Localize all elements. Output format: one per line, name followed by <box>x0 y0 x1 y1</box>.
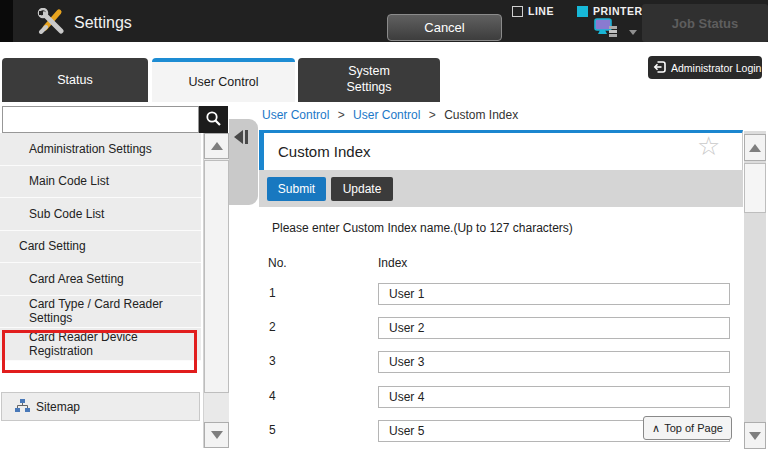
breadcrumb-current: Custom Index <box>444 108 518 122</box>
arrow-up-icon <box>749 144 761 152</box>
main-scrollbar-thumb[interactable] <box>744 163 766 213</box>
sitemap-icon <box>15 399 30 415</box>
sidebar-item-administration-settings[interactable]: Administration Settings <box>0 133 201 166</box>
top-of-page-button[interactable]: ∧ Top of Page <box>643 416 732 440</box>
line-label: LINE <box>528 5 554 17</box>
breadcrumb-separator: > <box>429 108 436 122</box>
sitemap-label: Sitemap <box>36 400 80 414</box>
arrow-up-icon <box>211 142 223 150</box>
breadcrumb-link-user-control-2[interactable]: User Control <box>353 108 420 122</box>
line-checkbox[interactable] <box>512 6 523 17</box>
index-input-4[interactable] <box>378 386 730 408</box>
printer-indicator: PRINTER <box>577 5 643 17</box>
tab-status[interactable]: Status <box>2 58 148 102</box>
login-icon <box>653 60 667 76</box>
breadcrumb: User Control > User Control > Custom Ind… <box>262 108 518 122</box>
sidebar-item-label: Card Setting <box>19 239 86 253</box>
search-icon <box>205 110 222 130</box>
sidebar-collapse-handle[interactable] <box>229 119 258 205</box>
submit-button[interactable]: Submit <box>267 177 326 201</box>
column-header-index: Index <box>378 256 407 270</box>
row-number-2: 2 <box>269 320 276 334</box>
annotation-highlight-box <box>2 330 197 373</box>
sidebar-item-label: Main Code List <box>29 174 109 188</box>
printer-dropdown-arrow-icon[interactable] <box>629 30 637 35</box>
settings-tools-icon <box>36 8 66 38</box>
update-button[interactable]: Update <box>331 177 393 201</box>
sidebar-item-label: Sub Code List <box>29 207 104 221</box>
tab-system-settings[interactable]: System Settings <box>298 58 440 102</box>
breadcrumb-separator: > <box>338 108 345 122</box>
sidebar-item-sub-code-list[interactable]: Sub Code List <box>0 198 201 231</box>
sidebar-item-card-type-card-reader-settings[interactable]: Card Type / Card Reader Settings <box>0 296 201 329</box>
search-button[interactable] <box>199 106 228 133</box>
sidebar-nav-list: Administration Settings Main Code List S… <box>0 133 201 361</box>
top-of-page-label: Top of Page <box>664 422 723 434</box>
job-status-button[interactable]: Job Status <box>642 4 768 42</box>
sidebar-item-main-code-list[interactable]: Main Code List <box>0 166 201 199</box>
sidebar-scrollbar[interactable] <box>203 133 229 448</box>
caret-up-icon: ∧ <box>652 422 660 435</box>
breadcrumb-link-user-control-1[interactable]: User Control <box>262 108 329 122</box>
administrator-login-button[interactable]: Administrator Login <box>648 56 762 79</box>
page-title-panel: Custom Index <box>259 130 743 170</box>
favorite-star-icon[interactable]: ☆ <box>697 133 720 159</box>
column-header-no: No. <box>268 256 287 270</box>
sidebar-item-card-area-setting[interactable]: Card Area Setting <box>0 263 201 296</box>
tab-status-label: Status <box>57 73 92 87</box>
instruction-text: Please enter Custom Index name.(Up to 12… <box>272 221 573 235</box>
search-input[interactable] <box>2 106 199 133</box>
top-bar-edge <box>0 0 13 42</box>
tab-user-control-label: User Control <box>188 75 258 89</box>
line-indicator[interactable]: LINE <box>512 5 554 17</box>
sidebar-item-label: Administration Settings <box>29 142 152 156</box>
row-number-3: 3 <box>269 354 276 368</box>
cancel-button[interactable]: Cancel <box>387 14 502 41</box>
tab-system-settings-label: System Settings <box>337 64 401 95</box>
sidebar-scrollbar-thumb[interactable] <box>204 160 229 393</box>
arrow-down-icon <box>211 431 223 439</box>
sidebar-scroll-up-button[interactable] <box>204 133 229 159</box>
sitemap-button[interactable]: Sitemap <box>1 392 200 421</box>
administrator-login-label: Administrator Login <box>671 62 761 74</box>
collapse-bar-icon <box>245 130 248 144</box>
sidebar-item-label: Card Area Setting <box>29 272 124 286</box>
sidebar-item-label: Card Type / Card Reader Settings <box>29 297 201 325</box>
arrow-down-icon <box>749 432 761 440</box>
settings-brand: Settings <box>36 8 132 38</box>
index-input-3[interactable] <box>378 351 730 373</box>
printer-status-square <box>577 6 588 17</box>
printer-monitor-icon[interactable] <box>594 18 620 43</box>
main-scroll-up-button[interactable] <box>744 134 766 161</box>
sidebar-scroll-down-button[interactable] <box>204 422 229 448</box>
sidebar-item-card-setting[interactable]: Card Setting <box>0 231 201 264</box>
row-number-5: 5 <box>269 423 276 437</box>
tab-user-control[interactable]: User Control <box>152 58 295 102</box>
main-scrollbar[interactable] <box>744 131 766 449</box>
printer-label: PRINTER <box>593 5 643 17</box>
collapse-left-icon <box>234 130 243 144</box>
row-number-4: 4 <box>269 389 276 403</box>
index-input-2[interactable] <box>378 317 730 339</box>
index-input-1[interactable] <box>378 283 730 305</box>
row-number-1: 1 <box>269 286 276 300</box>
app-title: Settings <box>74 14 132 32</box>
main-scroll-down-button[interactable] <box>744 422 766 449</box>
page-title: Custom Index <box>278 143 371 160</box>
top-bar: Settings Cancel LINE PRINTER Job Status <box>0 0 768 42</box>
